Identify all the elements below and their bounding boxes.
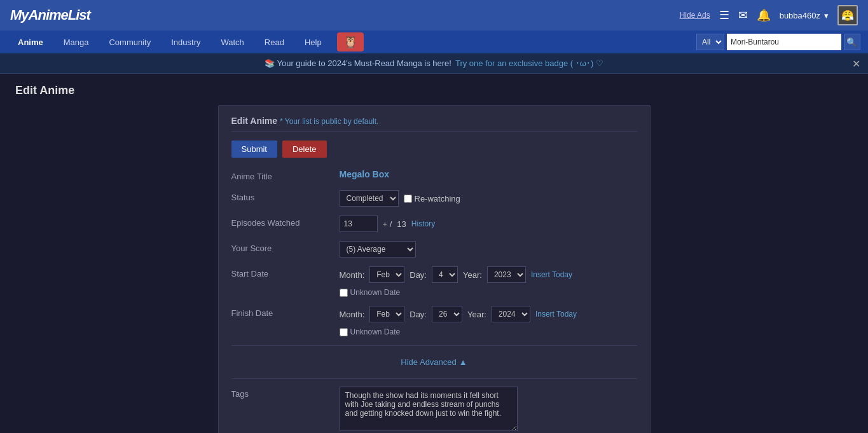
form-divider [231, 345, 637, 346]
sidebar-item-manga[interactable]: Manga [53, 31, 99, 53]
bell-icon[interactable]: 🔔 [757, 8, 771, 22]
rewatching-checkbox[interactable] [404, 195, 412, 203]
delete-button[interactable]: Delete [282, 141, 327, 158]
finish-date-label: Finish Date [231, 306, 333, 318]
sidebar-item-help[interactable]: Help [294, 31, 332, 53]
close-icon[interactable]: ✕ [852, 57, 860, 69]
action-buttons: Submit Delete [231, 141, 637, 158]
start-day-select[interactable]: 4 [432, 266, 458, 283]
score-select[interactable]: (5) Average [340, 241, 416, 258]
score-row: Your Score (5) Average [231, 241, 637, 258]
start-day-label: Day: [410, 270, 427, 280]
start-year-label: Year: [463, 270, 482, 280]
finish-month-label: Month: [340, 310, 365, 319]
status-row: Status Completed Re-watching [231, 190, 637, 207]
finish-unknown-date-checkbox[interactable] [340, 328, 348, 336]
promotion-banner: 📚 Your guide to 2024's Must-Read Manga i… [0, 53, 868, 74]
tags-row: Tags Though the show had its moments it … [231, 387, 637, 431]
mail-icon[interactable]: ✉ [738, 8, 748, 22]
username-button[interactable]: bubba460z ▾ [780, 11, 829, 20]
status-value: Completed Re-watching [340, 190, 460, 207]
anime-title-value: Megalo Box [340, 169, 390, 179]
header-right: Hide Ads ☰ ✉ 🔔 bubba460z ▾ 😤 [680, 5, 858, 25]
hide-advanced-button[interactable]: Hide Advanced ▲ [231, 354, 637, 371]
score-label: Your Score [231, 241, 333, 253]
tags-value: Though the show had its moments it fell … [340, 387, 518, 431]
submit-button[interactable]: Submit [231, 141, 277, 158]
search-category-select[interactable]: All [696, 34, 724, 50]
site-logo[interactable]: MyAnimeList [10, 7, 90, 24]
edit-anime-card: Edit Anime * Your list is public by defa… [218, 105, 651, 433]
anime-title-link[interactable]: Megalo Box [340, 169, 390, 179]
search-button[interactable]: 🔍 [844, 34, 860, 50]
edit-card-header: Edit Anime * Your list is public by defa… [231, 116, 637, 132]
chevron-up-icon: ▲ [459, 357, 467, 367]
mascot-icon: 🦉 [337, 32, 364, 52]
episodes-input[interactable] [340, 216, 378, 232]
start-date-value: Month: Feb Day: 4 Year: 2023 Insert Toda… [340, 266, 637, 297]
episodes-history-link[interactable]: History [411, 219, 435, 228]
start-date-label: Start Date [231, 266, 333, 278]
episodes-row: Episodes Watched + / 13 History [231, 216, 637, 232]
start-month-select[interactable]: Feb [369, 266, 404, 283]
finish-date-value: Month: Feb Day: 26 Year: 2024 Insert Tod… [340, 306, 637, 336]
start-insert-today-link[interactable]: Insert Today [531, 270, 572, 279]
finish-date-row: Finish Date Month: Feb Day: 26 Year: 202… [231, 306, 637, 336]
search-container: All 🔍 [696, 34, 860, 50]
header: MyAnimeList Hide Ads ☰ ✉ 🔔 bubba460z ▾ 😤 [0, 0, 868, 31]
sidebar-item-industry[interactable]: Industry [161, 31, 210, 53]
status-select[interactable]: Completed [340, 190, 399, 207]
start-unknown-date-label: Unknown Date [340, 288, 401, 297]
start-month-label: Month: [340, 270, 365, 280]
finish-day-label: Day: [410, 310, 427, 319]
finish-insert-today-link[interactable]: Insert Today [535, 310, 577, 319]
finish-year-select[interactable]: 2024 [492, 306, 530, 322]
episodes-label: Episodes Watched [231, 216, 333, 228]
finish-year-label: Year: [467, 310, 486, 319]
status-label: Status [231, 190, 333, 202]
public-note: * Your list is public by default. [280, 117, 378, 126]
sidebar-item-read[interactable]: Read [254, 31, 294, 53]
finish-day-select[interactable]: 26 [432, 306, 462, 322]
page-content: Edit Anime Edit Anime * Your list is pub… [0, 74, 868, 433]
sidebar-item-community[interactable]: Community [99, 31, 161, 53]
main-nav: Anime Manga Community Industry Watch Rea… [0, 31, 868, 53]
hide-ads-button[interactable]: Hide Ads [680, 11, 710, 20]
rewatching-checkbox-label: Re-watching [404, 194, 460, 203]
sidebar-item-anime[interactable]: Anime [8, 31, 53, 53]
tags-textarea[interactable]: Though the show had its moments it fell … [340, 387, 518, 431]
episodes-total: 13 [397, 219, 406, 229]
form-divider-2 [231, 378, 637, 379]
banner-link[interactable]: Try one for an exclusive badge ( ･ω･) ♡ [455, 58, 603, 68]
anime-title-label: Anime Title [231, 169, 333, 181]
avatar[interactable]: 😤 [837, 5, 858, 25]
search-input[interactable] [727, 34, 841, 50]
list-icon[interactable]: ☰ [719, 8, 729, 22]
score-value: (5) Average [340, 241, 416, 258]
start-date-row: Start Date Month: Feb Day: 4 Year: 2023 … [231, 266, 637, 297]
finish-unknown-date-label: Unknown Date [340, 327, 401, 336]
banner-text: 📚 Your guide to 2024's Must-Read Manga i… [265, 58, 451, 68]
tags-label: Tags [231, 387, 333, 399]
episodes-value: + / 13 History [340, 216, 436, 232]
episodes-separator: + / [383, 219, 392, 229]
sidebar-item-watch[interactable]: Watch [210, 31, 254, 53]
page-title: Edit Anime [13, 84, 855, 97]
start-unknown-date-checkbox[interactable] [340, 289, 348, 297]
anime-title-row: Anime Title Megalo Box [231, 169, 637, 181]
start-year-select[interactable]: 2023 [487, 266, 526, 283]
finish-month-select[interactable]: Feb [369, 306, 404, 322]
